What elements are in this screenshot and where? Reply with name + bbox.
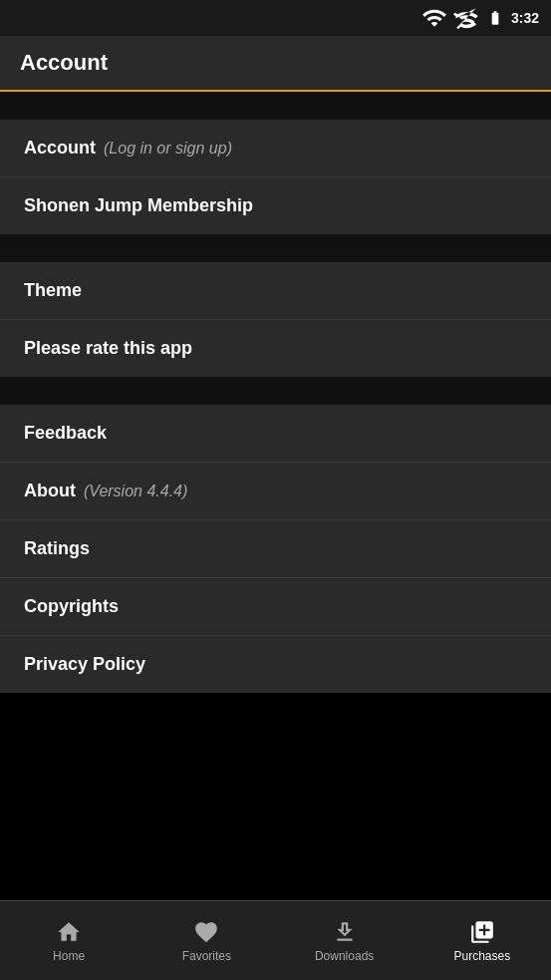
status-time: 3:32	[511, 10, 539, 26]
menu-item-rate[interactable]: Please rate this app	[0, 320, 551, 377]
account-label: Account	[24, 138, 96, 159]
ratings-label: Ratings	[24, 538, 90, 559]
purchases-icon	[469, 919, 495, 945]
menu-item-about[interactable]: About (Version 4.4.4)	[0, 463, 551, 520]
info-section: Feedback About (Version 4.4.4) Ratings C…	[0, 405, 551, 693]
menu-item-membership[interactable]: Shonen Jump Membership	[0, 177, 551, 234]
feedback-label: Feedback	[24, 423, 107, 444]
signal-icon	[453, 5, 479, 31]
battery-icon	[485, 10, 505, 26]
nav-item-downloads[interactable]: Downloads	[276, 901, 413, 980]
page-title: Account	[20, 50, 108, 75]
nav-item-home[interactable]: Home	[0, 901, 138, 980]
wifi-icon	[421, 5, 447, 31]
section-separator-2	[0, 234, 551, 262]
copyrights-label: Copyrights	[24, 596, 119, 617]
downloads-label: Downloads	[315, 949, 374, 963]
menu-item-copyrights[interactable]: Copyrights	[0, 578, 551, 636]
menu-item-privacy[interactable]: Privacy Policy	[0, 636, 551, 693]
account-section: Account (Log in or sign up) Shonen Jump …	[0, 120, 551, 234]
privacy-label: Privacy Policy	[24, 654, 145, 675]
purchases-label: Purchases	[454, 949, 511, 963]
menu-item-feedback[interactable]: Feedback	[0, 405, 551, 463]
favorites-label: Favorites	[182, 949, 231, 963]
nav-item-favorites[interactable]: Favorites	[138, 901, 275, 980]
about-label: About	[24, 481, 76, 501]
home-icon	[56, 919, 82, 945]
section-separator-3	[0, 377, 551, 405]
menu-item-ratings[interactable]: Ratings	[0, 520, 551, 578]
menu-item-account[interactable]: Account (Log in or sign up)	[0, 120, 551, 177]
home-label: Home	[53, 949, 85, 963]
account-sub: (Log in or sign up)	[104, 140, 232, 158]
section-separator-1	[0, 92, 551, 120]
bottom-nav: Home Favorites Downloads Purchases	[0, 900, 551, 980]
membership-label: Shonen Jump Membership	[24, 195, 253, 216]
heart-icon	[193, 919, 219, 945]
nav-item-purchases[interactable]: Purchases	[413, 901, 551, 980]
settings-section: Theme Please rate this app	[0, 262, 551, 377]
about-sub: (Version 4.4.4)	[84, 483, 187, 500]
status-bar: 3:32	[0, 0, 551, 36]
rate-label: Please rate this app	[24, 338, 192, 359]
status-icons: 3:32	[421, 5, 539, 31]
download-icon	[332, 919, 358, 945]
menu-item-theme[interactable]: Theme	[0, 262, 551, 320]
header: Account	[0, 36, 551, 92]
theme-label: Theme	[24, 280, 82, 301]
